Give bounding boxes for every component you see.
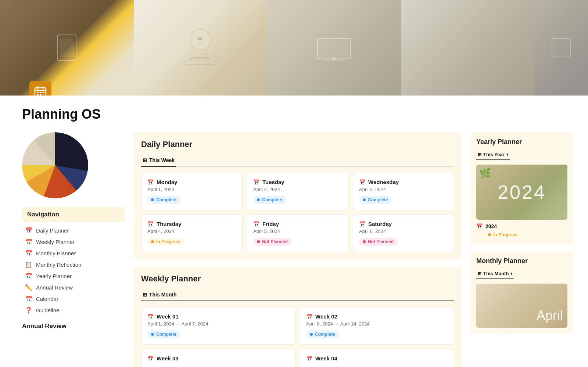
svg-rect-3	[319, 40, 349, 57]
chevron-down-monthly: ▾	[510, 271, 512, 276]
tab-this-month[interactable]: ⊞ This Month	[141, 289, 178, 301]
week-card-02[interactable]: 📅 Week 02 April 8, 2024 → April 14, 2024…	[300, 307, 454, 345]
svg-rect-1	[60, 39, 74, 57]
yearly-tab-bar: ⊞ This Year ▾	[476, 150, 567, 160]
svg-rect-11	[37, 92, 39, 93]
day-card-monday[interactable]: 📅 Monday April 1, 2024 Complete	[141, 173, 243, 210]
tab-this-week[interactable]: ⊞ This Week	[141, 154, 176, 167]
year-display: 2024	[498, 181, 546, 203]
wednesday-status: Complete	[359, 196, 392, 204]
calendar-icon-monthly: 📅	[25, 250, 32, 257]
nav-item-daily-planner[interactable]: 📅 Daily Planner	[22, 225, 125, 236]
friday-date: April 5, 2024	[253, 229, 342, 234]
calendar-icon-saturday: 📅	[359, 221, 365, 227]
calendar-icon-daily: 📅	[25, 227, 32, 234]
nav-item-annual-review[interactable]: ✏️ Annual Review	[22, 282, 125, 293]
grid-icon-weekly-tab: ⊞	[143, 292, 147, 298]
banner: ☕ NOTEBOOK	[0, 0, 588, 96]
complete-dot-wed	[363, 198, 366, 201]
year-entry-line: 📅 2024	[476, 223, 567, 229]
calendar-icon-week02: 📅	[306, 314, 312, 320]
nav-item-monthly-planner[interactable]: 📅 Monthly Planner	[22, 248, 125, 259]
daily-planner-section: Daily Planner ⊞ This Week 📅 Monday	[134, 132, 462, 259]
calendar-icon-monday: 📅	[147, 179, 154, 185]
week-card-01[interactable]: 📅 Week 01 April 1, 2024 → April 7, 2024 …	[141, 307, 295, 345]
avatar	[22, 132, 88, 198]
app-icon	[29, 81, 51, 96]
week02-date: April 8, 2024 → April 14, 2024	[306, 321, 448, 327]
calendar-icon-thursday: 📅	[147, 221, 154, 227]
complete-dot-w01	[151, 333, 154, 336]
grid-icon-tab: ⊞	[143, 157, 147, 163]
week01-date: April 1, 2024 → April 7, 2024	[147, 321, 289, 327]
day-card-friday[interactable]: 📅 Friday April 5, 2024 Not Planned	[247, 215, 348, 252]
nav-item-monthly-reflection[interactable]: 📋 Monthly Reflection	[22, 259, 125, 270]
in-progress-dot-year	[488, 233, 491, 236]
banner-image-4	[401, 0, 535, 96]
svg-rect-14	[37, 94, 39, 96]
calendar-icon-year: 📅	[476, 223, 483, 229]
calendar-icon-weekly: 📅	[25, 238, 32, 245]
nav-item-calendar[interactable]: 📅 Calendar	[22, 293, 125, 305]
monthly-tab-bar: ⊞ This Month ▾	[476, 269, 567, 279]
daily-planner-title: Daily Planner	[141, 140, 454, 149]
thursday-date: April 4, 2024	[147, 229, 236, 234]
tuesday-date: April 2, 2024	[253, 187, 342, 192]
page-title: Planning OS	[22, 107, 573, 122]
grid-icon-monthly: ⊞	[478, 271, 481, 276]
day-card-wednesday[interactable]: 📅 Wednesday April 3, 2024 Complete	[353, 173, 454, 210]
grid-icon-yearly: ⊞	[478, 152, 481, 157]
month-image: April	[476, 284, 567, 328]
calendar-icon-cal: 📅	[25, 295, 32, 302]
month-display: April	[537, 308, 563, 323]
day-card-tuesday[interactable]: 📅 Tuesday April 2, 2024 Complete	[247, 173, 348, 210]
yearly-planner-panel-title: Yearly Planner	[476, 138, 567, 146]
daily-tab-bar: ⊞ This Week	[141, 154, 454, 167]
week02-status: Complete	[306, 330, 339, 338]
calendar-icon-wednesday: 📅	[359, 179, 365, 185]
monthly-planner-panel: Monthly Planner ⊞ This Month ▾ April	[470, 251, 573, 334]
calendar-icon-tuesday: 📅	[253, 179, 259, 185]
main-content: Daily Planner ⊞ This Week 📅 Monday	[134, 132, 462, 367]
thursday-status: In Progress	[147, 238, 184, 246]
calendar-icon-week03: 📅	[147, 356, 154, 361]
day-card-saturday[interactable]: 📅 Saturday April 6, 2024 Not Planned	[353, 215, 454, 252]
svg-rect-15	[40, 94, 42, 96]
banner-image-3	[267, 0, 401, 96]
svg-rect-12	[40, 92, 42, 93]
week01-status: Complete	[147, 330, 180, 338]
svg-rect-13	[43, 92, 44, 93]
svg-rect-6	[552, 39, 570, 57]
nav-item-guideline[interactable]: ❓ Guideline	[22, 305, 125, 316]
tab-this-year[interactable]: ⊞ This Year ▾	[476, 150, 510, 160]
calendar-icon-friday: 📅	[253, 221, 259, 227]
notebook-icon-reflection: 📋	[25, 261, 32, 268]
year-status-badge: In Progress	[484, 231, 521, 239]
day-card-thursday[interactable]: 📅 Thursday April 4, 2024 In Progress	[141, 215, 243, 252]
friday-status: Not Planned	[253, 238, 291, 246]
content-area: Navigation 📅 Daily Planner 📅 Weekly Plan…	[22, 132, 573, 367]
monday-date: April 1, 2024	[147, 187, 236, 192]
calendar-icon-week04: 📅	[306, 356, 312, 361]
banner-image-1	[0, 0, 134, 96]
saturday-status: Not Planned	[359, 238, 397, 246]
saturday-date: April 6, 2024	[359, 229, 448, 234]
complete-dot-tue	[257, 198, 260, 201]
week-card-03[interactable]: 📅 Week 03	[141, 349, 295, 367]
nav-item-weekly-planner[interactable]: 📅 Weekly Planner	[22, 236, 125, 248]
main-wrapper: Planning OS Navigation 📅 Daily Planner 📅…	[0, 96, 588, 367]
calendar-icon-week01: 📅	[147, 314, 154, 320]
question-icon-guide: ❓	[25, 307, 32, 314]
weekly-tab-bar: ⊞ This Month	[141, 289, 454, 301]
annual-review-section-title: Annual Review	[22, 323, 125, 330]
tab-this-month-right[interactable]: ⊞ This Month ▾	[476, 269, 514, 279]
complete-dot-w02	[310, 333, 313, 336]
monday-status: Complete	[147, 196, 180, 204]
not-planned-dot-sat	[363, 240, 366, 243]
week-card-04[interactable]: 📅 Week 04	[300, 349, 454, 367]
weekly-planner-section: Weekly Planner ⊞ This Month 📅 Week 01	[134, 267, 462, 367]
week-cards-grid: 📅 Week 01 April 1, 2024 → April 7, 2024 …	[141, 307, 454, 367]
not-planned-dot-fri	[257, 240, 260, 243]
nav-item-yearly-planner[interactable]: 📅 Yearly Planner	[22, 270, 125, 282]
calendar-icon-yearly: 📅	[25, 273, 32, 280]
